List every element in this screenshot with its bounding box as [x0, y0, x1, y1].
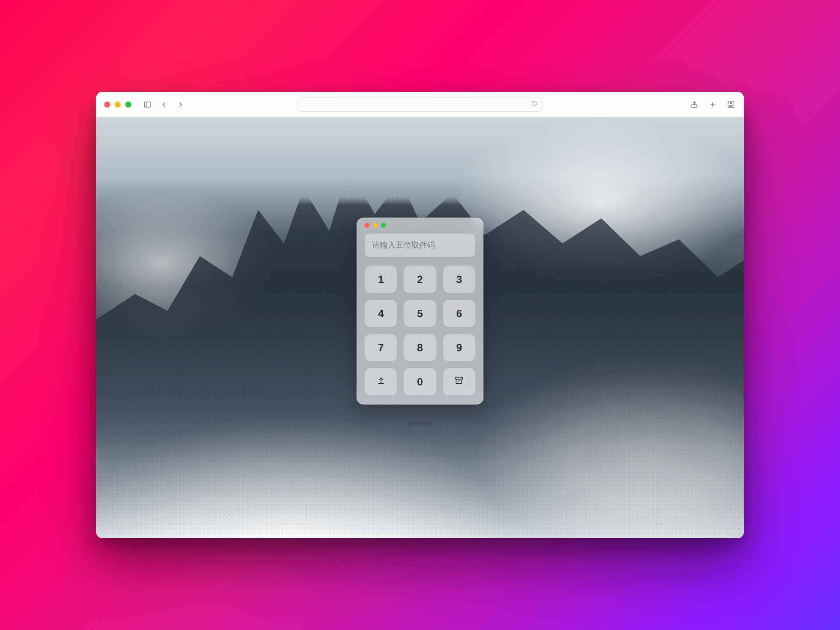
close-window-button[interactable]: [104, 102, 110, 108]
share-icon[interactable]: [690, 100, 699, 109]
svg-rect-11: [455, 377, 463, 379]
svg-rect-7: [728, 105, 730, 107]
key-4[interactable]: 4: [364, 299, 397, 327]
key-archive[interactable]: [443, 368, 476, 396]
key-3[interactable]: 3: [443, 265, 476, 293]
browser-titlebar: [96, 92, 744, 117]
svg-rect-0: [144, 102, 150, 107]
sidebar-toggle-icon[interactable]: [143, 100, 152, 109]
key-1[interactable]: 1: [364, 265, 397, 293]
upload-icon: [376, 375, 386, 388]
minimize-window-button[interactable]: [115, 102, 121, 108]
panel-close-button[interactable]: [364, 223, 369, 228]
reload-icon[interactable]: [532, 101, 538, 108]
panel-fullscreen-button[interactable]: [381, 223, 386, 228]
key-7[interactable]: 7: [364, 333, 397, 361]
panel-window-controls: [364, 223, 476, 228]
new-tab-icon[interactable]: [708, 100, 718, 109]
svg-rect-5: [728, 102, 730, 104]
forward-button[interactable]: [176, 100, 186, 109]
panel-minimize-button[interactable]: [373, 223, 378, 228]
pickup-code-input[interactable]: [364, 233, 476, 257]
page-viewport: 使用声明 1 2 3 4 5 6 7 8 9: [96, 117, 744, 538]
keypad: 1 2 3 4 5 6 7 8 9 0: [364, 265, 476, 396]
back-button[interactable]: [159, 100, 169, 109]
svg-rect-6: [732, 102, 734, 104]
key-upload[interactable]: [364, 368, 397, 396]
address-bar[interactable]: [298, 98, 542, 112]
pickup-code-panel: 1 2 3 4 5 6 7 8 9 0: [357, 217, 483, 404]
key-0[interactable]: 0: [403, 368, 436, 396]
fullscreen-window-button[interactable]: [125, 102, 131, 108]
key-6[interactable]: 6: [443, 299, 476, 327]
nav-group: [143, 100, 186, 109]
key-8[interactable]: 8: [403, 333, 436, 361]
tab-overview-icon[interactable]: [726, 100, 736, 109]
window-controls: [104, 102, 131, 108]
svg-rect-8: [732, 105, 734, 107]
key-5[interactable]: 5: [403, 299, 436, 327]
browser-window: 使用声明 1 2 3 4 5 6 7 8 9: [96, 92, 744, 538]
key-9[interactable]: 9: [443, 333, 476, 361]
key-2[interactable]: 2: [403, 265, 436, 293]
archive-icon: [454, 375, 464, 388]
footer-link[interactable]: 使用声明: [407, 420, 433, 428]
toolbar-right: [690, 100, 736, 109]
